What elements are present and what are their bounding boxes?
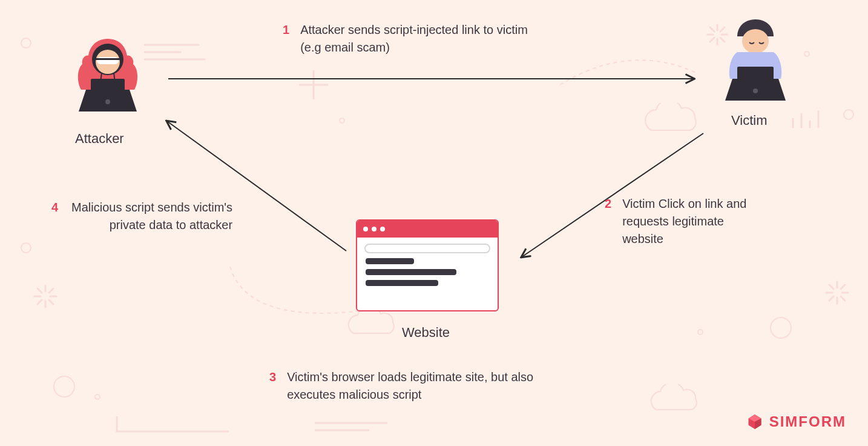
deco-sparkle: [823, 279, 851, 309]
deco-sparkle: [31, 282, 59, 313]
browser-content-line: [366, 269, 456, 275]
deco-circle: [94, 394, 100, 400]
browser-addressbar: [364, 244, 490, 253]
deco-circle: [804, 51, 810, 57]
simform-icon: [746, 413, 763, 430]
victim-icon: [713, 16, 798, 109]
deco-circle: [21, 242, 31, 253]
deco-cloud: [645, 384, 706, 420]
brand-logo: SIMFORM: [746, 413, 846, 430]
step-text: Victim Click on link and requests legiti…: [622, 195, 768, 248]
svg-point-42: [105, 99, 110, 104]
step-number: 4: [51, 199, 58, 234]
step-text: Malicious script sends victim's private …: [69, 199, 232, 234]
svg-rect-41: [91, 79, 125, 92]
svg-rect-37: [97, 57, 119, 64]
browser-content-line: [366, 258, 414, 264]
website-icon: [356, 219, 499, 311]
svg-line-15: [841, 285, 845, 289]
svg-rect-38: [96, 58, 120, 60]
svg-line-7: [49, 288, 53, 293]
svg-line-6: [38, 300, 42, 304]
website-label: Website: [402, 325, 450, 341]
arrow-website-to-attacker: [161, 116, 355, 258]
deco-circle: [53, 376, 75, 398]
attacker-label: Attacker: [75, 131, 124, 147]
deco-circle: [770, 317, 792, 339]
svg-point-47: [753, 88, 758, 93]
svg-line-4: [38, 288, 42, 293]
browser-content-line: [366, 280, 438, 286]
deco-bars: [787, 109, 835, 136]
deco-circle: [843, 109, 854, 120]
browser-titlebar: [357, 221, 498, 238]
step-text: Victim's browser loads legitimate site, …: [287, 368, 541, 404]
step-number: 2: [605, 195, 611, 248]
step-number: 3: [269, 368, 276, 404]
deco-bars-horizontal: [315, 419, 406, 440]
deco-bracket: [114, 413, 235, 440]
step-4: 4 Malicious script sends victim's privat…: [51, 199, 232, 234]
svg-line-14: [829, 296, 833, 301]
svg-line-12: [829, 285, 833, 289]
diagram-canvas: Attacker Victim Website: [0, 0, 868, 446]
svg-line-13: [841, 296, 845, 301]
attacker-icon: [65, 32, 150, 119]
step-2: 2 Victim Click on link and requests legi…: [605, 195, 768, 248]
step-text: Attacker sends script-injected link to v…: [300, 21, 530, 56]
svg-rect-46: [737, 67, 774, 81]
deco-circle: [21, 38, 31, 48]
deco-circle: [697, 329, 703, 335]
step-3: 3 Victim's browser loads legitimate site…: [269, 368, 541, 404]
victim-label: Victim: [731, 113, 768, 128]
step-1: 1 Attacker sends script-injected link to…: [283, 21, 530, 56]
svg-line-5: [49, 300, 53, 304]
brand-name: SIMFORM: [769, 413, 846, 430]
svg-point-43: [742, 29, 769, 53]
deco-bars: [144, 41, 217, 68]
arrow-attacker-to-victim: [167, 73, 700, 87]
step-number: 1: [283, 21, 289, 56]
